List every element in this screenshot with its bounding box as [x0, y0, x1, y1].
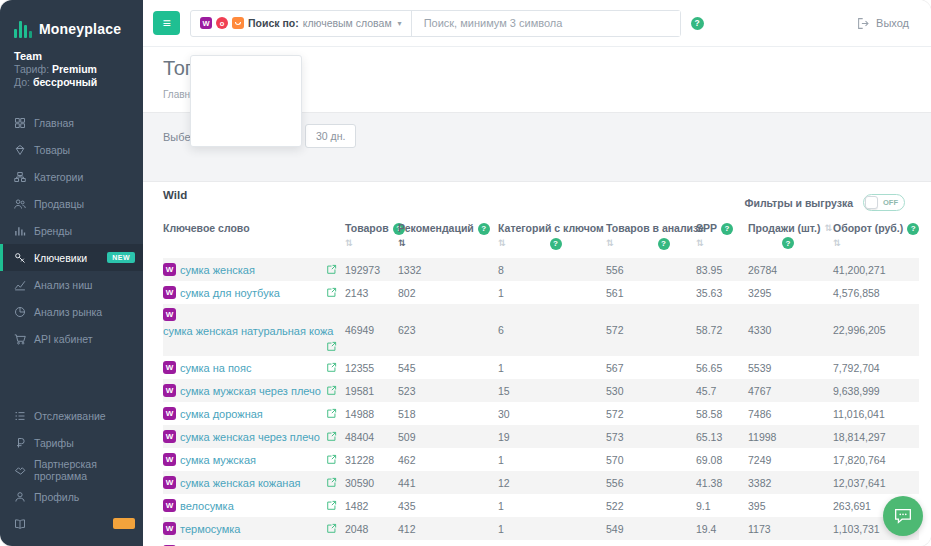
cell-sales: 395	[748, 500, 833, 512]
sidebar-item-icon	[14, 306, 26, 318]
keyword-link[interactable]: сумка мужская через плечо	[180, 385, 321, 397]
external-link-icon[interactable]	[326, 500, 337, 511]
keyword-link[interactable]: сумка дорожная	[180, 408, 263, 420]
table-row: W термосумка 2048 412 1 549 19.4 1173 1,…	[163, 517, 919, 540]
logo: Moneyplace	[0, 0, 143, 38]
help-icon[interactable]: ?	[478, 223, 490, 235]
sidebar-item[interactable]: Категории	[0, 163, 143, 190]
cell-revenue: 9,638,999	[833, 385, 919, 397]
menu-item[interactable]	[191, 95, 301, 107]
cell-keyword: W сумка на пояс	[163, 361, 345, 374]
keyword-link[interactable]: сумка для ноутбука	[180, 287, 280, 299]
external-link-icon[interactable]	[326, 341, 337, 352]
sidebar-item-icon	[14, 198, 26, 210]
help-icon[interactable]: ?	[721, 223, 733, 235]
menu-item[interactable]	[191, 107, 301, 119]
help-icon[interactable]: ?	[907, 223, 919, 235]
filters-toggle[interactable]: OFF	[863, 194, 905, 211]
sidebar-item[interactable]: API кабинет	[0, 325, 143, 352]
sidebar-item-icon	[14, 117, 26, 129]
search-by-dropdown[interactable]: W o Поиск по: ключевым словам ▾	[191, 11, 412, 36]
sidebar-item[interactable]	[0, 510, 143, 537]
sidebar-item[interactable]: Партнерская программа	[0, 456, 143, 483]
cell-spp: 58.72	[696, 324, 748, 336]
cell-categories: 19	[498, 431, 606, 443]
help-icon[interactable]: ?	[782, 237, 794, 249]
sidebar-item[interactable]: Товары	[0, 136, 143, 163]
sidebar-item[interactable]: Главная	[0, 109, 143, 136]
cell-recommendations: 518	[398, 408, 498, 420]
cell-revenue: 4,576,858	[833, 287, 919, 299]
help-icon[interactable]: ?	[550, 238, 562, 250]
menu-item[interactable]	[191, 83, 301, 95]
table-row: W сумка мужская через плечо 19581 523 15…	[163, 379, 919, 402]
sort-icon-active[interactable]: ⇅	[398, 237, 406, 250]
cell-keyword: W сумка для ноутбука	[163, 286, 345, 299]
logout-label: Выход	[876, 17, 909, 29]
cell-keyword: W сумка женская кожаная	[163, 476, 345, 489]
sidebar-item[interactable]: Анализ ниш	[0, 271, 143, 298]
sidebar-item[interactable]: Отслеживание	[0, 402, 143, 429]
external-link-icon[interactable]	[326, 454, 337, 465]
col-products-label: Товаров	[345, 222, 389, 235]
menu-item[interactable]	[191, 71, 301, 83]
sidebar-item-label: Отслеживание	[34, 410, 106, 422]
cell-recommendations: 623	[398, 324, 498, 336]
sidebar-item[interactable]: Ключевики NEW	[0, 244, 143, 271]
external-link-icon[interactable]	[326, 431, 337, 442]
cell-sales: 5539	[748, 362, 833, 374]
cell-revenue: 7,792,704	[833, 362, 919, 374]
keyword-link[interactable]: сумка женская кожаная	[180, 477, 300, 489]
cell-spp: 35.63	[696, 287, 748, 299]
help-icon[interactable]: ?	[658, 238, 670, 250]
period-30d-button[interactable]: 30 дн.	[305, 124, 356, 148]
logout-button[interactable]: Выход	[857, 17, 909, 30]
keyword-link[interactable]: термосумка	[180, 523, 240, 535]
sort-icon[interactable]: ⇅	[833, 237, 841, 250]
sort-icon[interactable]: ⇅	[606, 237, 614, 250]
keyword-link[interactable]: сумка на пояс	[180, 362, 251, 374]
keyword-link[interactable]: велосумка	[180, 500, 234, 512]
help-icon[interactable]: ?	[691, 17, 704, 30]
external-link-icon[interactable]	[326, 408, 337, 419]
external-link-icon[interactable]	[326, 264, 337, 275]
menu-toggle-button[interactable]: ≡	[153, 11, 180, 35]
sidebar-item[interactable]: Профиль	[0, 483, 143, 510]
sidebar-item[interactable]: Анализ рынка	[0, 298, 143, 325]
keyword-link[interactable]: сумка женская натуральная кожа	[163, 325, 333, 337]
sort-icon[interactable]: ⇅	[824, 222, 832, 235]
search-by-menu	[190, 55, 302, 147]
app-window: Moneyplace Team Тариф: Premium До: бесср…	[0, 0, 931, 546]
keyword-link[interactable]: сумка женская	[180, 264, 255, 276]
sort-icon[interactable]: ⇅	[498, 237, 506, 250]
sidebar-item-icon	[14, 437, 26, 449]
search-group: W o Поиск по: ключевым словам ▾	[190, 10, 681, 37]
sidebar-item[interactable]: Продавцы	[0, 190, 143, 217]
tab-wildberries[interactable]: Wild	[163, 189, 187, 201]
sidebar-item[interactable]: Бренды	[0, 217, 143, 244]
search-by-value: ключевым словам	[303, 17, 392, 29]
cell-spp: 58.58	[696, 408, 748, 420]
wildberries-badge-icon: W	[163, 453, 176, 466]
cell-products: 12355	[345, 362, 398, 374]
sidebar-item[interactable]: Тарифы	[0, 429, 143, 456]
external-link-icon[interactable]	[326, 362, 337, 373]
menu-item[interactable]	[191, 59, 301, 71]
external-link-icon[interactable]	[326, 287, 337, 298]
search-input[interactable]	[412, 11, 680, 36]
cell-spp: 45.7	[696, 385, 748, 397]
cell-keyword: W сумка дорожная	[163, 407, 345, 420]
chevron-down-icon: ▾	[398, 19, 402, 28]
cell-sales: 11998	[748, 431, 833, 443]
menu-item[interactable]	[191, 131, 301, 143]
keyword-link[interactable]: сумка женская через плечо	[180, 431, 320, 443]
external-link-icon[interactable]	[326, 477, 337, 488]
sort-icon[interactable]: ⇅	[696, 237, 704, 250]
external-link-icon[interactable]	[326, 523, 337, 534]
sort-icon[interactable]: ⇅	[345, 237, 353, 250]
external-link-icon[interactable]	[326, 385, 337, 396]
cell-sales: 3295	[748, 287, 833, 299]
menu-item[interactable]	[191, 119, 301, 131]
keyword-link[interactable]: сумка мужская	[180, 454, 256, 466]
chat-button[interactable]	[883, 496, 923, 536]
